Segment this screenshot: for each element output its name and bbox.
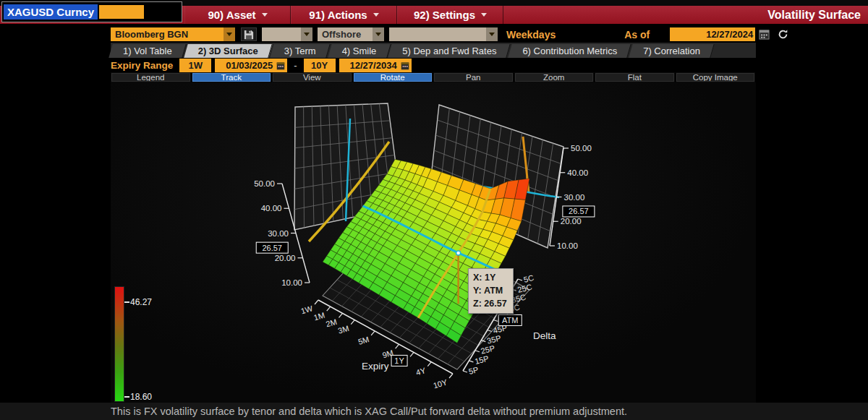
input-cursor-block: [99, 5, 144, 19]
dropdown-arrow-icon[interactable]: [301, 27, 312, 41]
svg-text:50.00: 50.00: [571, 144, 592, 153]
volatility-surface-3d-plot[interactable]: 1W1M2M3M5M9M1Y4Y10YExpiry5P15P25P35P45PA…: [111, 82, 756, 403]
blank-select-1[interactable]: [262, 27, 312, 41]
bloomberg-volatility-surface-screen: XAGUSD Curncy 90) Asset91) Actions92) Se…: [0, 0, 868, 420]
expiry-end-tenor-field[interactable]: 10Y: [304, 59, 336, 72]
save-button[interactable]: [241, 27, 257, 41]
svg-text:30.00: 30.00: [268, 229, 289, 238]
chart-tool-legend[interactable]: Legend: [111, 72, 191, 82]
menu-92-settings[interactable]: 92) Settings: [397, 6, 503, 24]
calendar-icon[interactable]: [759, 29, 770, 40]
svg-text:3M: 3M: [337, 324, 350, 335]
svg-text:10Y: 10Y: [432, 377, 448, 390]
chart-area: 1W1M2M3M5M9M1Y4Y10YExpiry5P15P25P35P45PA…: [111, 82, 756, 403]
tab-7-correlation[interactable]: 7) Correlation: [631, 44, 712, 58]
calendar-icon[interactable]: [401, 61, 409, 70]
range-separator: -: [294, 60, 297, 71]
delta-axis-title: Delta: [533, 330, 556, 341]
svg-text:10.00: 10.00: [557, 241, 578, 250]
dropdown-arrow-icon: [481, 13, 487, 17]
screen-title: Volatility Surface: [767, 6, 861, 24]
dropdown-arrow-icon: [373, 13, 379, 17]
asof-date-value: 12/27/2024: [706, 29, 753, 40]
svg-text:15P: 15P: [474, 353, 490, 365]
svg-text:5P: 5P: [468, 365, 480, 376]
chart-tool-rotate[interactable]: Rotate: [353, 72, 433, 82]
expiry-start-tenor-field[interactable]: 1W: [179, 59, 211, 72]
expiry-end-date-field[interactable]: 12/27/2034: [339, 59, 412, 72]
chart-tool-copy-image[interactable]: Copy Image: [676, 72, 756, 82]
title-bar: XAGUSD Curncy 90) Asset91) Actions92) Se…: [0, 0, 868, 24]
svg-text:10.00: 10.00: [281, 278, 302, 287]
svg-text:2M: 2M: [325, 317, 338, 329]
dropdown-arrow-icon[interactable]: [224, 27, 235, 41]
svg-text:5M: 5M: [357, 335, 370, 346]
color-scale-min: 18.60: [124, 392, 152, 402]
menu-row: 90) Asset91) Actions92) Settings: [184, 6, 503, 24]
blank-select-2[interactable]: [389, 27, 498, 41]
security-ticker[interactable]: XAGUSD Curncy: [4, 4, 98, 20]
dropdown-arrow-icon: [262, 13, 268, 17]
svg-text:5C: 5C: [523, 273, 535, 284]
save-icon: [244, 30, 254, 40]
tooltip-x-value: 1Y: [485, 273, 495, 283]
tab-1-vol-table[interactable]: 1) Vol Table: [111, 44, 184, 58]
refresh-icon: [778, 29, 788, 40]
price-source-value: Bloomberg BGN: [111, 27, 224, 41]
calendar-icon[interactable]: [276, 61, 285, 70]
refresh-button[interactable]: [778, 29, 788, 40]
track-tooltip: X: 1Y Y: ATM Z: 26.57: [468, 268, 514, 314]
expiry-axis-title: Expiry: [362, 361, 389, 372]
chart-toolbar: LegendTrackViewRotatePanZoomFlatCopy Ima…: [111, 72, 756, 82]
view-tabs: 1) Vol Table2) 3D Surface3) Term4) Smile…: [111, 43, 756, 58]
svg-text:25P: 25P: [480, 343, 495, 355]
svg-text:40.00: 40.00: [567, 168, 588, 177]
svg-text:30.00: 30.00: [564, 193, 585, 202]
security-input[interactable]: XAGUSD Curncy: [1, 1, 182, 22]
tracked-point-marker[interactable]: [456, 251, 461, 255]
svg-text:1W: 1W: [299, 304, 314, 315]
svg-text:20.00: 20.00: [561, 217, 582, 226]
svg-text:40.00: 40.00: [261, 204, 282, 213]
tab-3-term[interactable]: 3) Term: [272, 44, 328, 58]
offshore-value: Offshore: [318, 27, 373, 41]
tooltip-z-value: 26.57: [484, 299, 506, 309]
chart-tool-view[interactable]: View: [272, 72, 352, 82]
svg-text:1M: 1M: [312, 311, 326, 322]
expiry-range-label: Expiry Range: [111, 60, 173, 71]
svg-text:26.57: 26.57: [569, 207, 589, 215]
weekdays-label[interactable]: Weekdays: [506, 29, 556, 40]
tab-2-3d-surface[interactable]: 2) 3D Surface: [186, 44, 271, 58]
tab-4-smile[interactable]: 4) Smile: [330, 44, 389, 58]
color-scale-max: 46.27: [124, 297, 152, 307]
expiry-range-row: Expiry Range 1W 01/03/2025 - 10Y 12/27/2…: [0, 59, 868, 72]
menu-91-actions[interactable]: 91) Actions: [291, 6, 397, 24]
tab-5-dep-and-fwd-rates[interactable]: 5) Dep and Fwd Rates: [390, 44, 509, 58]
menu-90-asset[interactable]: 90) Asset: [184, 6, 291, 24]
color-scale-legend: [114, 286, 124, 402]
chart-tool-pan[interactable]: Pan: [433, 72, 514, 82]
chart-tool-track[interactable]: Track: [192, 72, 272, 82]
description-note: This is FX volatility surface by tenor a…: [0, 403, 868, 420]
dropdown-arrow-icon[interactable]: [486, 27, 498, 41]
svg-text:4Y: 4Y: [415, 366, 427, 377]
expiry-start-date-field[interactable]: 01/03/2025: [215, 59, 287, 72]
svg-text:ATM: ATM: [502, 316, 518, 325]
svg-text:26.57: 26.57: [262, 244, 282, 252]
svg-text:20.00: 20.00: [275, 254, 296, 262]
asof-label: As of: [624, 29, 650, 40]
chart-tool-flat[interactable]: Flat: [595, 72, 675, 82]
asof-date-field[interactable]: 12/27/2024: [670, 27, 755, 41]
onshore-offshore-select[interactable]: Offshore: [318, 27, 384, 41]
price-source-select[interactable]: Bloomberg BGN: [111, 27, 235, 41]
settings-row: Bloomberg BGN Offshore Weekdays As of: [0, 26, 868, 43]
tab-6-contribution-metrics[interactable]: 6) Contribution Metrics: [510, 44, 629, 58]
dropdown-arrow-icon[interactable]: [373, 27, 384, 41]
tooltip-y-value: ATM: [484, 286, 503, 296]
chart-tool-zoom[interactable]: Zoom: [514, 72, 595, 82]
svg-text:50.00: 50.00: [254, 179, 275, 188]
svg-text:1Y: 1Y: [394, 356, 404, 365]
